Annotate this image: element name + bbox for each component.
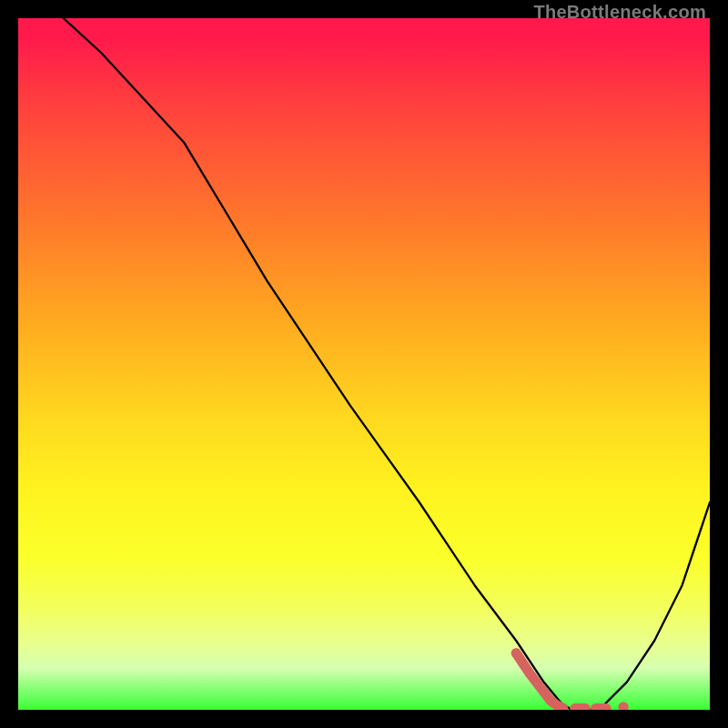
series-main-curve bbox=[18, 18, 710, 710]
chart-frame: TheBottleneck.com bbox=[0, 0, 728, 728]
point-accent-dot bbox=[618, 702, 628, 710]
plot-area bbox=[18, 18, 710, 710]
chart-svg bbox=[18, 18, 710, 710]
series-accent-elbow bbox=[516, 653, 563, 709]
